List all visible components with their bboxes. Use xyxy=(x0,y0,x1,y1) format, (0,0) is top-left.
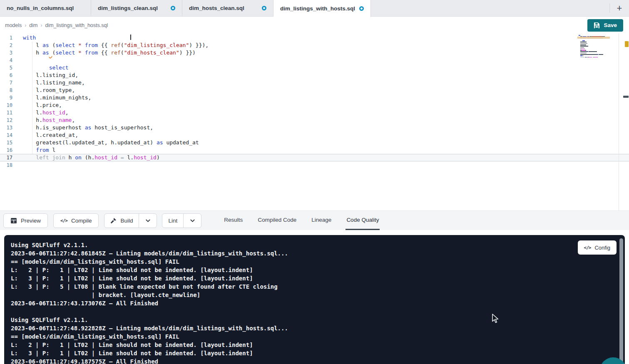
code-line-5[interactable]: 5 select xyxy=(0,64,629,72)
code-lines: 1with2 l as (select * from {{ ref("dim_l… xyxy=(0,34,629,169)
code-text: with xyxy=(23,34,36,42)
line-number: 11 xyxy=(0,109,12,116)
line-number: 17 xyxy=(0,154,12,161)
code-line-9[interactable]: 9 l.minimum_nights, xyxy=(0,94,629,102)
action-toolbar: Preview </> Compile Build Lint xyxy=(0,210,629,230)
code-text: left join h on (h.host_id = l.host_id) xyxy=(23,154,160,161)
text-caret xyxy=(130,35,131,40)
breadcrumb-item[interactable]: models xyxy=(5,22,22,28)
code-line-17[interactable]: 17 left join h on (h.host_id = l.host_id… xyxy=(0,154,629,161)
panel-tab-compiled-code[interactable]: Compiled Code xyxy=(257,211,297,230)
code-editor[interactable]: 1with2 l as (select * from {{ ref("dim_l… xyxy=(0,33,629,210)
code-line-10[interactable]: 10 l.price, xyxy=(0,102,629,109)
result-panel-tabs: ResultsCompiled CodeLineageCode Quality xyxy=(223,211,380,230)
chevron-down-icon xyxy=(190,218,195,223)
tab-dim_listings_with_hosts.sql[interactable]: dim_listings_with_hosts.sql xyxy=(273,0,371,17)
line-number: 15 xyxy=(0,139,12,146)
code-line-11[interactable]: 11 l.host_id, xyxy=(0,109,629,116)
warning-marker[interactable] xyxy=(625,41,629,47)
code-text: h.is_superhost as host_is_superhost, xyxy=(23,124,153,131)
terminal-scrollbar-thumb[interactable] xyxy=(619,238,623,364)
code-line-15[interactable]: 15 greatest(l.updated_at, h.updated_at) … xyxy=(0,139,629,146)
compile-label: Compile xyxy=(71,218,92,224)
line-number: 5 xyxy=(0,64,12,72)
preview-label: Preview xyxy=(21,218,41,224)
preview-button[interactable]: Preview xyxy=(3,213,48,228)
tab-dim_listings_clean.sql[interactable]: dim_listings_clean.sql xyxy=(91,0,182,16)
editor-tab-bar: no_nulls_in_columns.sqldim_listings_clea… xyxy=(0,0,629,17)
breadcrumb: models›dim›dim_listings_with_hosts.sql xyxy=(5,22,108,28)
unsaved-indicator-icon xyxy=(171,6,175,10)
lint-split-button: Lint xyxy=(162,213,201,228)
table-grid-icon xyxy=(10,218,17,224)
panel-tab-lineage[interactable]: Lineage xyxy=(311,211,332,230)
unsaved-indicator-icon xyxy=(359,6,364,11)
code-line-7[interactable]: 7 l.listing_name, xyxy=(0,79,629,87)
code-line-1[interactable]: 1with xyxy=(0,34,629,42)
build-dropdown-button[interactable] xyxy=(139,214,157,228)
lint-button[interactable]: Lint xyxy=(162,214,183,228)
save-button-label: Save xyxy=(604,22,617,28)
config-label: Config xyxy=(594,245,610,251)
code-line-3[interactable]: 3 h as (select * from {{ ref("dim_hosts_… xyxy=(0,49,629,57)
panel-tab-code-quality[interactable]: Code Quality xyxy=(346,211,380,230)
line-number: 8 xyxy=(0,87,12,94)
config-button[interactable]: </> Config xyxy=(578,240,617,255)
code-line-16[interactable]: 16 from l xyxy=(0,146,629,154)
save-button[interactable]: Save xyxy=(587,19,623,32)
floppy-disk-icon xyxy=(594,22,600,28)
build-button[interactable]: Build xyxy=(104,214,139,228)
lint-dropdown-button[interactable] xyxy=(184,214,201,228)
line-number: 16 xyxy=(0,146,12,154)
cursor-position-marker xyxy=(623,96,629,98)
code-line-14[interactable]: 14 l.created_at, xyxy=(0,131,629,139)
chevron-right-icon: › xyxy=(25,22,26,28)
minimap[interactable] xyxy=(579,35,608,59)
code-text: l.listing_id, xyxy=(23,72,78,79)
code-line-6[interactable]: 6 l.listing_id, xyxy=(0,72,629,79)
line-number: 6 xyxy=(0,72,12,79)
line-number: 18 xyxy=(0,161,12,169)
tab-bar-spacer xyxy=(371,0,609,16)
code-line-8[interactable]: 8 l.room_type, xyxy=(0,87,629,94)
code-brackets-icon: </> xyxy=(584,245,591,250)
chevron-right-icon: › xyxy=(40,22,42,28)
code-text: l.host_id, xyxy=(23,109,69,116)
code-text: h as (select * from {{ ref("dim_hosts_cl… xyxy=(23,49,196,57)
line-number: 12 xyxy=(0,116,12,124)
breadcrumb-item[interactable]: dim xyxy=(29,22,37,28)
compile-button[interactable]: </> Compile xyxy=(53,213,99,228)
code-text: greatest(l.updated_at, h.updated_at) as … xyxy=(23,139,199,146)
code-text: h.host_name, xyxy=(23,116,75,124)
breadcrumb-item[interactable]: dim_listings_with_hosts.sql xyxy=(45,22,108,28)
code-line-18[interactable]: 18 xyxy=(0,161,629,169)
line-number: 14 xyxy=(0,131,12,139)
code-text: l.minimum_nights, xyxy=(23,94,91,102)
file-tabs: no_nulls_in_columns.sqldim_listings_clea… xyxy=(0,0,371,16)
code-text: l.price, xyxy=(23,102,62,109)
code-line-13[interactable]: 13 h.is_superhost as host_is_superhost, xyxy=(0,124,629,131)
tab-label: dim_listings_with_hosts.sql xyxy=(280,5,355,12)
line-number: 10 xyxy=(0,102,12,109)
line-number: 1 xyxy=(0,34,12,42)
tab-no_nulls_in_columns.sql[interactable]: no_nulls_in_columns.sql xyxy=(0,0,91,16)
line-number: 13 xyxy=(0,124,12,131)
code-text: l.created_at, xyxy=(23,131,78,139)
file-header: models›dim›dim_listings_with_hosts.sql S… xyxy=(0,17,629,33)
line-number: 7 xyxy=(0,79,12,87)
code-brackets-icon: </> xyxy=(60,218,67,223)
hammer-icon xyxy=(110,218,117,224)
tab-dim_hosts_clean.sql[interactable]: dim_hosts_clean.sql xyxy=(182,0,273,16)
tab-label: no_nulls_in_columns.sql xyxy=(7,5,74,11)
build-label: Build xyxy=(120,218,133,224)
code-line-2[interactable]: 2 l as (select * from {{ ref("dim_listin… xyxy=(0,42,629,49)
overview-ruler xyxy=(619,33,619,210)
new-tab-button[interactable]: + xyxy=(610,0,629,16)
code-line-12[interactable]: 12 h.host_name, xyxy=(0,116,629,124)
code-line-4[interactable]: 4 xyxy=(0,57,629,64)
code-text: l.room_type, xyxy=(23,87,75,94)
panel-tab-results[interactable]: Results xyxy=(223,211,244,230)
minimap-highlight-band xyxy=(577,37,610,39)
unsaved-indicator-icon xyxy=(262,6,266,10)
lint-label: Lint xyxy=(168,218,177,224)
